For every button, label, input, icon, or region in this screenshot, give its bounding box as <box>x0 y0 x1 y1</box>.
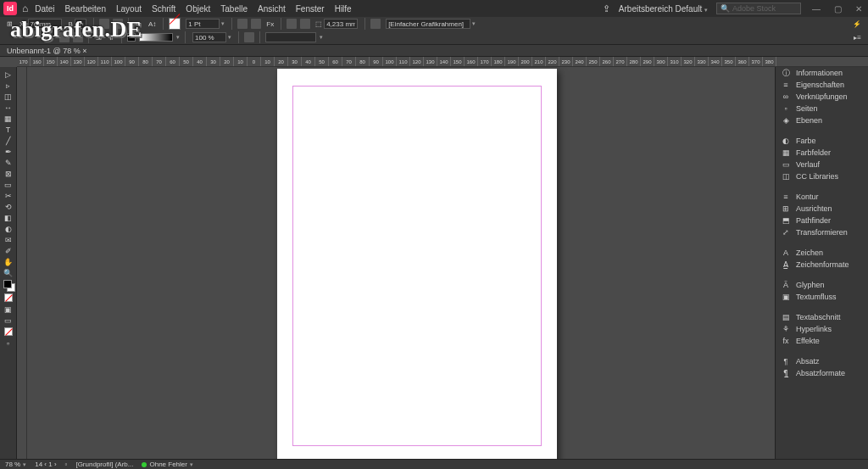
maximize-button[interactable]: ▢ <box>832 4 844 14</box>
apply-none-swatch[interactable] <box>4 293 13 302</box>
corner-options-icon[interactable] <box>370 19 381 29</box>
direct-selection-tool[interactable]: ▹ <box>1 80 16 91</box>
panel-informationen[interactable]: ⓘInformationen <box>776 67 868 79</box>
menu-ansicht[interactable]: Ansicht <box>258 4 286 14</box>
panel-kontur[interactable]: ≡Kontur <box>776 191 868 203</box>
panel-effekte[interactable]: fxEffekte <box>776 335 868 347</box>
panel-farbe[interactable]: ◐Farbe <box>776 135 868 147</box>
panel-cc libraries[interactable]: ◫CC Libraries <box>776 170 868 182</box>
zoom-level[interactable]: 78 % ▾ <box>5 461 26 468</box>
panel-transformieren[interactable]: ⤢Transformieren <box>776 226 868 238</box>
preflight-status[interactable]: Ohne Fehler ▾ <box>142 461 192 468</box>
gradient-feather-tool[interactable]: ◐ <box>1 223 16 234</box>
reference-point[interactable]: ⊞ <box>5 20 14 28</box>
gap-tool[interactable]: ↔ <box>1 102 16 113</box>
search-input[interactable]: 🔍 Adobe Stock <box>716 3 801 14</box>
rectangle-frame-tool[interactable]: ⊠ <box>1 168 16 179</box>
panel-textabschnitt[interactable]: ▤Textabschnitt <box>776 311 868 323</box>
gradient-swatch-tool[interactable]: ◧ <box>1 212 16 223</box>
pen-tool[interactable]: ✒ <box>1 146 16 157</box>
shear-icon[interactable]: ⇲ <box>94 34 103 42</box>
content-collector-tool[interactable]: ▦ <box>1 113 16 124</box>
gap-input[interactable]: ⬚ <box>314 19 359 29</box>
zoom-tool[interactable]: 🔍 <box>1 267 16 278</box>
flip-h-icon[interactable]: ⇋ <box>134 20 143 28</box>
canvas[interactable] <box>17 67 775 463</box>
line-tool[interactable]: ╱ <box>1 135 16 146</box>
workspace-switcher[interactable]: Arbeitsbereich Default ▾ <box>619 4 708 14</box>
menu-datei[interactable]: Datei <box>35 4 54 14</box>
panel-textumfluss[interactable]: ▣Textumfluss <box>776 291 868 303</box>
scissors-tool[interactable]: ✂ <box>1 190 16 201</box>
text-wrap-icon[interactable] <box>287 19 297 29</box>
panel-verlauf[interactable]: ▭Verlauf <box>776 159 868 170</box>
gradient-swatch[interactable] <box>139 33 173 42</box>
open-docs-icon[interactable]: ▫ <box>65 461 68 468</box>
selection-tool[interactable]: ▷ <box>1 69 16 80</box>
rectangle-tool[interactable]: ▭ <box>1 179 16 190</box>
panel-menu-icon[interactable]: ▸≡ <box>852 34 863 42</box>
icon-b[interactable] <box>73 32 83 42</box>
fit-frame-icon[interactable] <box>237 19 248 29</box>
auto-fit-icon[interactable]: Fx <box>264 20 275 28</box>
width-input[interactable] <box>75 19 86 29</box>
panel-absatz[interactable]: ¶Absatz <box>776 355 868 367</box>
menu-layout[interactable]: Layout <box>116 4 142 14</box>
default-colors-icon[interactable] <box>4 327 13 336</box>
scale-icon[interactable] <box>99 19 109 29</box>
panel-absatzformate[interactable]: ¶̲Absatzformate <box>776 367 868 379</box>
rotate-icon[interactable] <box>113 19 123 29</box>
panel-ebenen[interactable]: ◈Ebenen <box>776 114 868 126</box>
panel-farbfelder[interactable]: ▦Farbfelder <box>776 147 868 159</box>
panel-zeichen[interactable]: AZeichen <box>776 247 868 259</box>
panel-hyperlinks[interactable]: ⚘Hyperlinks <box>776 323 868 335</box>
align-icon[interactable]: A↕ <box>147 20 158 28</box>
eyedropper-tool[interactable]: ✐ <box>1 245 16 256</box>
page-tool[interactable]: ◫ <box>1 91 16 102</box>
icon-a[interactable] <box>59 32 70 42</box>
share-icon[interactable]: ⇪ <box>603 3 610 14</box>
note-tool[interactable]: ✉ <box>1 234 16 245</box>
fill-swatch[interactable] <box>169 18 181 30</box>
stroke-swatch[interactable] <box>127 33 136 42</box>
screen-mode-icon[interactable]: ▭ <box>1 315 16 326</box>
fit-content-icon[interactable] <box>251 19 261 29</box>
view-mode-icon[interactable]: ▫ <box>1 338 16 349</box>
menu-fenster[interactable]: Fenster <box>296 4 325 14</box>
format-container-icon[interactable]: ▣ <box>1 304 16 315</box>
flip-v-icon[interactable]: ⥯ <box>107 34 116 42</box>
x-position-input[interactable] <box>28 19 62 29</box>
type-tool[interactable]: T <box>1 124 16 135</box>
effects-icon[interactable] <box>244 32 254 42</box>
close-button[interactable]: ✕ <box>853 4 865 14</box>
preflight-profile[interactable]: [Grundprofil] (Arb... <box>75 461 133 468</box>
fill-stroke-swatch[interactable] <box>3 280 14 290</box>
panel-zeichenformate[interactable]: A̲Zeichenformate <box>776 259 868 271</box>
hand-tool[interactable]: ✋ <box>1 256 16 267</box>
menu-bearbeiten[interactable]: Bearbeiten <box>65 4 106 14</box>
page-navigator[interactable]: 14 ‹ 1 › <box>35 461 56 468</box>
panel-pathfinder[interactable]: ⬒Pathfinder <box>776 215 868 226</box>
panel-ausrichten[interactable]: ⊞Ausrichten <box>776 203 868 215</box>
panel-seiten[interactable]: ▫Seiten <box>776 103 868 114</box>
panel-verknüpfungen[interactable]: ∞Verknüpfungen <box>776 91 868 103</box>
text-wrap-bounding-icon[interactable] <box>300 19 310 29</box>
free-transform-tool[interactable]: ⟲ <box>1 201 16 212</box>
horizontal-ruler[interactable]: 1701601501401301201101009080706050403020… <box>17 57 868 67</box>
frame-style-select[interactable]: ▾ <box>384 19 477 29</box>
menu-objekt[interactable]: Objekt <box>186 4 210 14</box>
minimize-button[interactable]: — <box>810 4 823 14</box>
home-icon[interactable]: ⌂ <box>22 3 28 14</box>
panel-glyphen[interactable]: ÄGlyphen <box>776 279 868 291</box>
menu-schrift[interactable]: Schrift <box>152 4 175 14</box>
menu-hilfe[interactable]: Hilfe <box>335 4 352 14</box>
menu-tabelle[interactable]: Tabelle <box>220 4 248 14</box>
opacity-input[interactable]: ▾ <box>191 32 233 42</box>
flash-icon[interactable]: ⚡ <box>851 20 863 28</box>
panel-eigenschaften[interactable]: ≡Eigenschaften <box>776 79 868 91</box>
pencil-tool[interactable]: ✎ <box>1 157 16 168</box>
document-tab[interactable]: Unbenannt-1 @ 78 % × <box>0 45 868 57</box>
document-page[interactable] <box>277 69 557 463</box>
style-input[interactable] <box>265 32 316 42</box>
vertical-ruler[interactable] <box>17 67 27 463</box>
